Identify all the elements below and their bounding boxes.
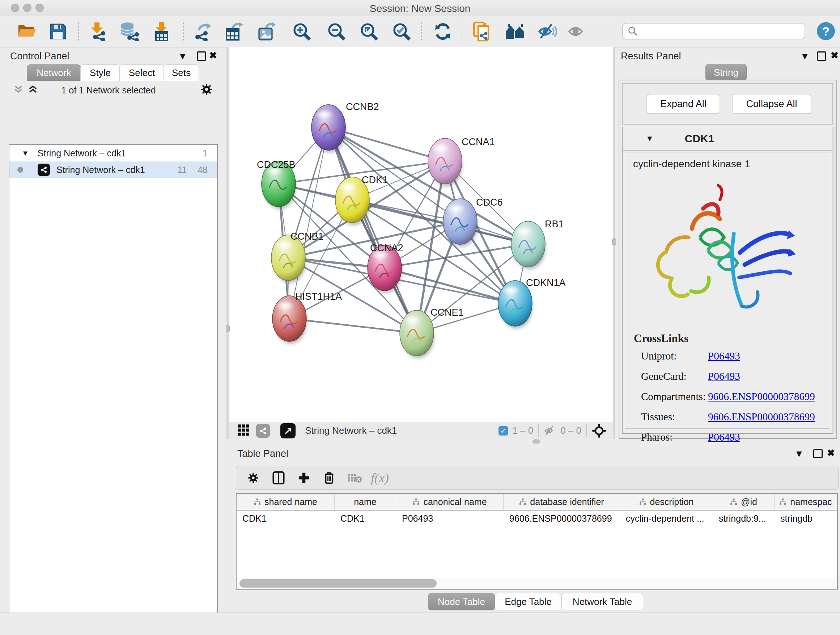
panel-close-icon[interactable]: ✖ xyxy=(209,50,217,61)
column-header-database-identifier[interactable]: database identifier xyxy=(504,494,620,510)
results-scrollbar[interactable] xyxy=(832,127,836,433)
search-field[interactable] xyxy=(622,23,805,40)
table-cell[interactable]: CDK1 xyxy=(335,510,396,526)
delete-column-icon[interactable] xyxy=(317,471,342,485)
column-header-name[interactable]: name xyxy=(335,494,396,510)
network-share-icon[interactable] xyxy=(256,424,270,438)
column-header--id[interactable]: @id xyxy=(713,494,775,510)
open-in-window-icon[interactable]: ↗ xyxy=(280,423,295,439)
add-column-icon[interactable] xyxy=(291,472,317,484)
table-cell[interactable]: CDK1 xyxy=(237,510,335,526)
open-file-button[interactable] xyxy=(17,21,37,42)
export-table-button[interactable] xyxy=(224,21,244,42)
apply-layout-button[interactable] xyxy=(433,21,453,42)
save-session-button[interactable] xyxy=(48,21,68,42)
network-node-ccnb1[interactable]: CCNB1 xyxy=(271,231,324,283)
table-row[interactable]: CDK1CDK1P064939606.ENSP00000378699cyclin… xyxy=(237,510,837,526)
birds-eye-view-icon[interactable] xyxy=(592,424,606,438)
network-node-ccna1[interactable]: CCNA1 xyxy=(428,136,495,187)
zoom-fit-button[interactable] xyxy=(359,21,379,42)
tab-network[interactable]: Network xyxy=(27,65,81,81)
panel-menu-icon[interactable]: ▼ xyxy=(178,51,187,62)
network-edge[interactable] xyxy=(289,318,417,333)
zoom-selected-button[interactable] xyxy=(392,21,412,42)
panel-menu-icon[interactable]: ▼ xyxy=(794,448,804,459)
left-splitter-handle[interactable] xyxy=(226,325,230,333)
zoom-out-button[interactable] xyxy=(326,21,347,42)
delete-table-icon[interactable] xyxy=(342,472,367,483)
show-column-selector-icon[interactable] xyxy=(266,471,291,485)
network-options-gear-icon[interactable] xyxy=(200,82,213,98)
tab-string[interactable]: String xyxy=(706,64,747,81)
table-cell[interactable]: cyclin-dependent ... xyxy=(620,510,713,526)
first-neighbors-button[interactable] xyxy=(505,21,525,42)
tab-node-table[interactable]: Node Table xyxy=(428,593,495,610)
network-node-cdkn1a[interactable]: CDKN1A xyxy=(498,277,566,329)
network-edge[interactable] xyxy=(328,127,417,333)
grid-view-icon[interactable] xyxy=(237,424,249,438)
show-all-button[interactable] xyxy=(567,21,587,42)
panel-float-icon[interactable] xyxy=(197,51,206,61)
right-splitter-handle[interactable] xyxy=(612,238,616,245)
zoom-out-icon xyxy=(327,22,346,41)
crosslink-link[interactable]: P06493 xyxy=(708,371,740,382)
import-table-button[interactable] xyxy=(151,21,172,42)
column-header-shared-name[interactable]: shared name xyxy=(237,494,335,510)
column-header-namespac[interactable]: namespac xyxy=(775,494,837,510)
crosslink-link[interactable]: 9606.ENSP00000378699 xyxy=(708,411,815,423)
node-entry-header[interactable]: ▼ CDK1 xyxy=(622,127,832,150)
column-header-canonical-name[interactable]: canonical name xyxy=(396,494,504,510)
tab-network-table[interactable]: Network Table xyxy=(561,593,643,610)
panel-menu-icon[interactable]: ▼ xyxy=(800,51,810,62)
tab-style[interactable]: Style xyxy=(80,65,120,81)
entry-expander-icon[interactable]: ▼ xyxy=(646,134,654,143)
import-network-file-button[interactable] xyxy=(88,21,108,42)
network-edge[interactable] xyxy=(289,127,328,318)
tab-edge-table[interactable]: Edge Table xyxy=(495,593,561,610)
table-cell[interactable]: 9606.ENSP00000378699 xyxy=(504,510,620,526)
network-node-ccne1[interactable]: CCNE1 xyxy=(400,307,464,358)
table-cell[interactable]: stringdb:9... xyxy=(713,510,775,526)
panel-float-icon[interactable] xyxy=(817,51,826,61)
network-node-rb1[interactable]: RB1 xyxy=(511,219,564,269)
node-label: CCNE1 xyxy=(431,307,464,318)
network-node-cdc25b[interactable]: CDC25B xyxy=(257,159,296,209)
zoom-in-button[interactable] xyxy=(292,21,312,42)
tab-sets[interactable]: Sets xyxy=(164,65,199,81)
string-network-graph[interactable]: CCNB2CCNA1CDC25BCDK1CDC6RB1CCNB1CCNA2CDK… xyxy=(229,47,613,422)
table-cell[interactable]: P06493 xyxy=(396,510,504,526)
collapse-all-button[interactable]: Collapse All xyxy=(732,94,812,114)
table-settings-gear-icon[interactable] xyxy=(240,472,266,484)
crosslink-link[interactable]: P06493 xyxy=(708,350,740,362)
column-header-description[interactable]: description xyxy=(620,494,713,510)
panel-close-icon[interactable]: ✖ xyxy=(827,448,835,459)
export-image-button[interactable] xyxy=(256,21,276,42)
collection-expander-icon[interactable]: ▼ xyxy=(22,149,29,157)
help-button[interactable]: ? xyxy=(817,22,835,40)
column-label: @id xyxy=(741,497,757,507)
tab-select[interactable]: Select xyxy=(119,65,164,81)
export-network-button[interactable] xyxy=(193,21,213,42)
network-row[interactable]: String Network – cdk1 11 48 xyxy=(9,162,217,178)
crosslink-link[interactable]: 9606.ENSP00000378699 xyxy=(708,391,815,402)
duplicate-network-button[interactable] xyxy=(472,21,492,42)
left-splitter[interactable] xyxy=(226,47,229,439)
bottom-splitter-handle[interactable] xyxy=(532,440,540,443)
toolbar-separator xyxy=(421,21,422,42)
network-node-cdc6[interactable]: CDC6 xyxy=(443,197,503,247)
network-node-hist1h1a[interactable]: HIST1H1A xyxy=(272,291,342,344)
table-hscrollbar-thumb[interactable] xyxy=(240,579,437,587)
function-builder-icon[interactable]: f(x) xyxy=(367,470,393,486)
crosslink-link[interactable]: P06493 xyxy=(708,431,740,443)
panel-float-icon[interactable] xyxy=(813,449,823,458)
hide-selected-button[interactable] xyxy=(538,21,558,42)
import-network-database-button[interactable] xyxy=(119,21,140,42)
network-canvas[interactable]: CCNB2CCNA1CDC25BCDK1CDC6RB1CCNB1CCNA2CDK… xyxy=(229,47,613,422)
panel-close-icon[interactable]: ✖ xyxy=(831,50,838,61)
network-collection-row[interactable]: ▼ String Network – cdk1 1 xyxy=(9,145,217,162)
search-input[interactable] xyxy=(638,26,799,36)
selected-count-checkbox-icon[interactable]: ✓ xyxy=(499,426,508,435)
network-node-ccnb2[interactable]: CCNB2 xyxy=(311,101,379,153)
expand-all-button[interactable]: Expand All xyxy=(646,94,720,114)
table-cell[interactable]: stringdb xyxy=(775,510,837,526)
